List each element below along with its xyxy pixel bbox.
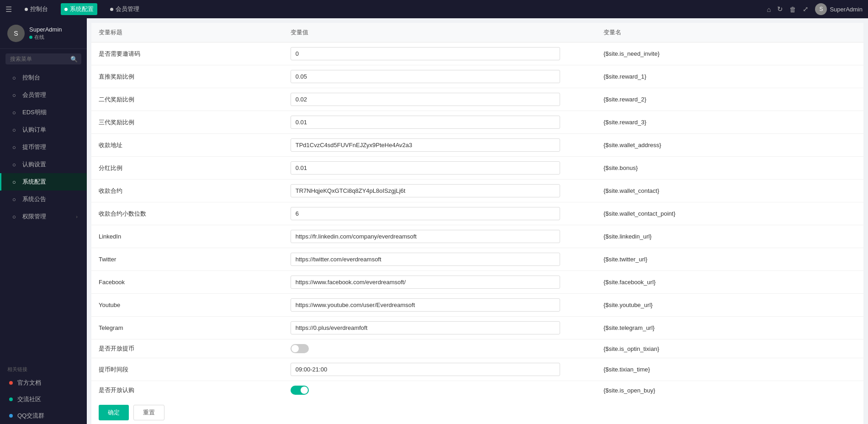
topnav-item-dashboard[interactable]: 控制台 [21,3,52,15]
table-row: 收款合约小数位数{$site.wallet_contact_point} [91,202,863,225]
th-title: 变量标题 [91,23,283,42]
toggle-wrap [291,386,589,395]
row-varname: {$site.reward_2} [596,88,863,111]
row-title: Telegram [91,317,283,339]
var-input-4[interactable] [291,138,560,152]
sidebar-item-dashboard[interactable]: ○ 控制台 [0,69,87,86]
sidebar-label-qq: QQ交流群 [17,412,44,420]
dashboard-icon: ○ [11,74,18,81]
row-title: 提币时间段 [91,358,283,381]
table-row: 是否开放提币{$site.is_optin_tixian} [91,339,863,358]
toggle-15[interactable] [291,386,309,395]
row-value [283,111,596,134]
chevron-right-icon: › [76,214,78,219]
delete-icon[interactable]: 🗑 [789,5,796,13]
var-input-2[interactable] [291,93,560,106]
sidebar-link-qq[interactable]: QQ交流群 [0,408,87,424]
var-input-1[interactable] [291,70,560,83]
row-title: 是否开放认购 [91,381,283,400]
sidebar-username: SuperAdmin [29,26,62,33]
var-input-14[interactable] [291,363,560,376]
permissions-icon: ○ [11,213,18,220]
sidebar-search-wrap: 🔍 [0,49,87,69]
var-input-10[interactable] [291,276,560,289]
menu-icon[interactable]: ☰ [5,5,12,14]
sidebar-item-subscribe-settings[interactable]: ○ 认购设置 [0,156,87,173]
nav-dot-members [110,8,113,11]
sidebar-link-community[interactable]: 交流社区 [0,391,87,408]
table-row: Twitter{$site.twitter_url} [91,248,863,271]
subscribe-icon: ○ [11,161,18,168]
sidebar-item-sysconfig[interactable]: ○ 系统配置 [0,173,87,191]
var-input-11[interactable] [291,298,560,312]
sidebar-label-members: 会员管理 [22,91,46,99]
home-icon[interactable]: ⌂ [767,5,771,13]
th-value: 变量值 [283,23,596,42]
var-input-9[interactable] [291,253,560,266]
row-varname: {$site.wallet_address} [596,134,863,157]
topnav-user[interactable]: S SuperAdmin [815,3,863,15]
row-title: Twitter [91,248,283,271]
sidebar-nav: ○ 控制台 ○ 会员管理 ○ EDS明细 ○ 认购订单 ○ 提币管理 ○ 认购设… [0,69,87,362]
topnav-item-sysconfig[interactable]: 系统配置 [61,3,97,15]
row-varname: {$site.reward_1} [596,65,863,88]
sidebar-link-docs[interactable]: 官方文档 [0,375,87,391]
row-value [283,271,596,294]
row-varname: {$site.wallet_contact_point} [596,202,863,225]
sidebar-item-eds[interactable]: ○ EDS明细 [0,104,87,121]
sidebar-section-label: 相关链接 [0,362,87,375]
row-value [283,157,596,180]
sidebar-item-orders[interactable]: ○ 认购订单 [0,121,87,138]
sidebar-item-permissions[interactable]: ○ 权限管理 › [0,208,87,225]
row-value [283,180,596,202]
variables-table: 变量标题 变量值 变量名 是否需要邀请码{$site.is_need_invit… [91,23,863,399]
docs-dot [9,381,13,385]
nav-dot [25,8,28,11]
var-input-3[interactable] [291,116,560,129]
table-row: Facebook{$site.facebook_url} [91,271,863,294]
row-title: LinkedIn [91,225,283,248]
table-row: Telegram{$site.telegram_url} [91,317,863,339]
var-input-5[interactable] [291,161,560,175]
search-icon[interactable]: 🔍 [70,56,78,63]
th-varname: 变量名 [596,23,863,42]
row-varname: {$site.is_optin_tixian} [596,339,863,358]
topnav-label-members: 会员管理 [116,5,139,13]
row-varname: {$site.facebook_url} [596,271,863,294]
topnav-avatar: S [815,3,827,15]
table-row: 是否开放认购{$site.is_open_buy} [91,381,863,400]
sidebar-label-docs: 官方文档 [17,379,41,387]
button-row: 确定 重置 [91,399,863,424]
row-title: 是否需要邀请码 [91,42,283,65]
sysconfig-icon: ○ [11,179,18,186]
sidebar-item-announcements[interactable]: ○ 系统公告 [0,191,87,208]
table-row: 二代奖励比例{$site.reward_2} [91,88,863,111]
refresh-icon[interactable]: ↻ [777,5,783,13]
row-title: 收款地址 [91,134,283,157]
row-varname: {$site.is_open_buy} [596,381,863,400]
sidebar-item-members[interactable]: ○ 会员管理 [0,86,87,104]
var-input-12[interactable] [291,321,560,334]
table-header-row: 变量标题 变量值 变量名 [91,23,863,42]
var-input-6[interactable] [291,184,560,197]
var-input-7[interactable] [291,207,560,220]
toggle-13[interactable] [291,344,309,353]
topnav-label-dashboard: 控制台 [30,5,48,13]
reset-button[interactable]: 重置 [133,405,164,420]
row-value [283,225,596,248]
sidebar-item-withdraw[interactable]: ○ 提币管理 [0,138,87,156]
confirm-button[interactable]: 确定 [99,405,129,420]
var-input-0[interactable] [291,47,560,60]
var-input-8[interactable] [291,230,560,243]
topnav-item-members[interactable]: 会员管理 [106,3,143,15]
row-title: 是否开放提币 [91,339,283,358]
row-title: 直推奖励比例 [91,65,283,88]
var-table-container: 变量标题 变量值 变量名 是否需要邀请码{$site.is_need_invit… [91,23,863,424]
fullscreen-icon[interactable]: ⤢ [803,5,809,13]
table-row: 是否需要邀请码{$site.is_need_invite} [91,42,863,65]
sidebar-label-subscribe-settings: 认购设置 [22,160,46,169]
row-value [283,202,596,225]
sidebar-label-withdraw: 提币管理 [22,143,46,151]
row-value [283,339,596,358]
status-dot [29,36,32,39]
